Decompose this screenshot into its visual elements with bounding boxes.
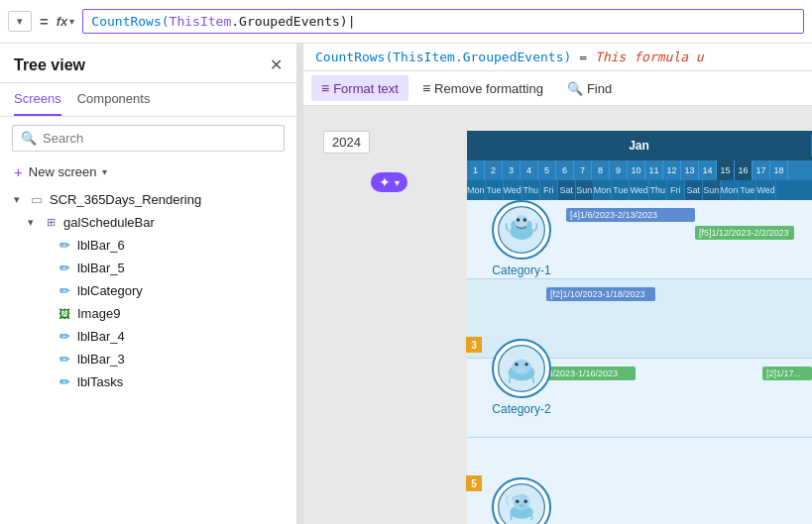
day-5: 5 xyxy=(538,160,556,180)
category-1-item: Category-1 xyxy=(472,200,571,277)
day-11: 11 xyxy=(645,160,663,180)
category-2-badge: 3 xyxy=(466,337,482,353)
day-17: 17 xyxy=(753,160,770,180)
canvas-area: CountRows(ThisItem.GroupedEvents) = This… xyxy=(303,44,812,524)
new-screen-chevron: ▾ xyxy=(102,166,107,177)
day-7: 7 xyxy=(574,160,592,180)
tree-tabs: Screens Components xyxy=(0,83,296,117)
category-3-image xyxy=(497,482,546,524)
main-content: Tree view ✕ Screens Components 🔍 + New s… xyxy=(0,44,812,524)
format-text-button[interactable]: ≡ Format text xyxy=(311,75,408,101)
day-12: 12 xyxy=(663,160,681,180)
gallery-icon: ⊞ xyxy=(42,216,59,229)
month-label-jan: Jan xyxy=(467,135,812,157)
day-16: 16 xyxy=(735,160,753,180)
tree-items: ▾ ▭ SCR_365Days_Rendering ▾ ⊞ galSchedul… xyxy=(0,188,296,524)
dropdown-label: ▾ xyxy=(17,15,23,28)
tree-item-lblbar4[interactable]: ✏ lblBar_4 xyxy=(0,325,296,348)
tree-item-lblbar5[interactable]: ✏ lblBar_5 xyxy=(0,257,296,279)
tree-item-lbltasks[interactable]: ✏ lblTasks xyxy=(0,370,296,393)
formula-info-panel: CountRows(ThisItem.GroupedEvents) = This… xyxy=(303,44,812,106)
tree-panel: Tree view ✕ Screens Components 🔍 + New s… xyxy=(0,44,297,524)
tree-item-galschedule[interactable]: ▾ ⊞ galScheduleBar xyxy=(0,211,296,234)
day-18: 18 xyxy=(770,160,788,180)
svg-point-6 xyxy=(523,218,526,221)
item-label-lblbar4: lblBar_4 xyxy=(77,329,296,344)
item-label-lblbar3: lblBar_3 xyxy=(77,352,296,367)
formula-input-area[interactable]: CountRows(ThisItem.GroupedEvents)| xyxy=(82,9,804,34)
category-2-image xyxy=(497,344,546,393)
svg-point-12 xyxy=(518,367,525,372)
new-screen-button[interactable]: + New screen ▾ xyxy=(0,159,296,188)
search-input[interactable] xyxy=(43,131,276,146)
item-label-image9: Image9 xyxy=(77,306,296,321)
item-label-lblbar5: lblBar_5 xyxy=(77,261,296,275)
category-2-circle xyxy=(492,339,551,398)
tree-item-lblbar6[interactable]: ✏ lblBar_6 xyxy=(0,234,296,257)
formula-preview-func: CountRows(ThisItem.GroupedEvents) xyxy=(315,50,571,64)
close-tree-button[interactable]: ✕ xyxy=(270,55,283,74)
category-3-circle xyxy=(492,477,551,524)
day-1: 1 xyxy=(467,160,485,180)
dow-fri2: Fri xyxy=(667,180,685,200)
item-label-lbltasks: lblTasks xyxy=(77,374,296,389)
expand-icon-scr365: ▾ xyxy=(14,193,28,206)
dow-mon3: Mon xyxy=(721,180,740,200)
dow-mon2: Mon xyxy=(594,180,613,200)
formula-func: CountRows( xyxy=(91,14,169,29)
ai-action-button[interactable]: ✦ ▾ xyxy=(371,172,407,192)
equals-sign: = xyxy=(40,13,49,30)
action-chevron: ▾ xyxy=(395,177,400,188)
item-label-galschedule: galScheduleBar xyxy=(63,215,296,230)
svg-point-18 xyxy=(524,500,527,503)
day-8: 8 xyxy=(592,160,610,180)
dow-sun2: Sun xyxy=(703,180,721,200)
tab-components[interactable]: Components xyxy=(77,83,151,116)
day-3: 3 xyxy=(503,160,521,180)
tree-item-lblcategory[interactable]: ✏ lblCategory xyxy=(0,279,296,302)
dow-fri1: Fri xyxy=(540,180,558,200)
formula-preview: CountRows(ThisItem.GroupedEvents) = This… xyxy=(303,44,812,71)
remove-icon: ≡ xyxy=(422,80,430,96)
formula-preview-description: This formula u xyxy=(595,50,704,64)
dow-sat2: Sat xyxy=(685,180,703,200)
gantt-bar-2a: [f2]1/10/2023-1/18/2023 xyxy=(546,287,655,301)
tree-item-image9[interactable]: 🖼 Image9 xyxy=(0,302,296,325)
find-button[interactable]: 🔍 Find xyxy=(557,76,622,101)
day-13: 13 xyxy=(681,160,699,180)
dow-mon1: Mon xyxy=(467,180,486,200)
dow-sun1: Sun xyxy=(576,180,594,200)
gantt-days-row: 1 2 3 4 5 6 7 8 9 10 11 12 13 14 15 16 1… xyxy=(467,160,812,180)
formula-prop: .GroupedEvents)| xyxy=(231,14,355,29)
label-icon-lblbar5: ✏ xyxy=(56,261,73,275)
formula-this: ThisItem xyxy=(170,14,232,29)
fx-button[interactable]: fx ▾ xyxy=(57,14,75,29)
gantt-month-header: Jan xyxy=(467,131,812,160)
year-badge: 2024 xyxy=(323,131,370,154)
category-2-item: Category-2 xyxy=(472,339,571,416)
day-14: 14 xyxy=(699,160,717,180)
category-3-item: Category-3 xyxy=(472,477,571,524)
day-15: 15 xyxy=(717,160,735,180)
tree-item-scr365[interactable]: ▾ ▭ SCR_365Days_Rendering xyxy=(0,188,296,211)
remove-formatting-button[interactable]: ≡ Remove formatting xyxy=(412,75,553,101)
tree-header: Tree view ✕ xyxy=(0,44,296,83)
remove-formatting-label: Remove formatting xyxy=(434,81,543,96)
svg-point-19 xyxy=(519,504,525,507)
day-2: 2 xyxy=(485,160,503,180)
dow-sat1: Sat xyxy=(558,180,576,200)
day-9: 9 xyxy=(610,160,628,180)
tab-screens[interactable]: Screens xyxy=(14,83,61,116)
formula-preview-equals: = xyxy=(579,50,587,64)
expand-icon-gal: ▾ xyxy=(28,216,42,229)
format-icon: ≡ xyxy=(321,80,329,96)
formula-dropdown[interactable]: ▾ xyxy=(8,11,32,32)
format-text-label: Format text xyxy=(333,81,399,96)
day-4: 4 xyxy=(521,160,538,180)
item-label-lblcategory: lblCategory xyxy=(77,283,296,298)
item-label-scr365: SCR_365Days_Rendering xyxy=(50,192,296,207)
tree-item-lblbar3[interactable]: ✏ lblBar_3 xyxy=(0,348,296,370)
search-icon: 🔍 xyxy=(21,131,37,146)
ai-icon: ✦ xyxy=(379,174,391,190)
label-icon-lblcat: ✏ xyxy=(56,283,73,298)
